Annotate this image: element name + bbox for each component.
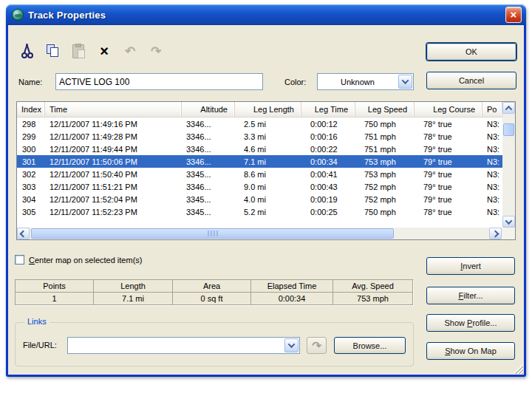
cell-position: N3:	[482, 120, 502, 129]
cell-leg-speed: 751 mph	[355, 132, 415, 141]
globe-app-icon	[12, 9, 24, 21]
cell-leg-course: 79° true	[415, 157, 482, 166]
cell-position: N3:	[482, 145, 502, 154]
chevron-down-icon	[505, 217, 513, 225]
column-header-position[interactable]: Po	[482, 102, 502, 117]
center-map-checkbox[interactable]	[15, 255, 24, 265]
cut-icon[interactable]	[18, 43, 35, 59]
column-header-leg-course[interactable]: Leg Course	[415, 102, 482, 117]
column-header-altitude[interactable]: Altitude	[182, 102, 235, 117]
cell-leg-course: 79° true	[415, 145, 482, 154]
table-row[interactable]: 305 12/11/2007 11:52:23 PM 3345... 5.2 m…	[17, 205, 502, 218]
close-button[interactable]: ×	[505, 7, 522, 23]
stat-header-points: Points	[16, 280, 94, 293]
horizontal-scroll-thumb[interactable]	[31, 228, 394, 239]
cell-leg-time: 0:00:41	[301, 170, 355, 179]
scroll-down-button[interactable]	[502, 216, 515, 228]
cell-leg-course: 78° true	[415, 208, 482, 216]
vertical-scroll-track[interactable]	[502, 114, 515, 216]
column-header-leg-length[interactable]: Leg Length	[235, 102, 301, 117]
cell-leg-length: 3.3 mi	[235, 132, 301, 141]
table-row[interactable]: 304 12/11/2007 11:52:04 PM 3345... 4.0 m…	[17, 193, 502, 205]
file-url-label: File/URL:	[23, 341, 57, 349]
invert-button-label: Invert	[460, 262, 481, 270]
cell-time: 12/11/2007 11:52:23 PM	[45, 208, 182, 216]
cancel-button[interactable]: Cancel	[426, 72, 516, 89]
column-header-index[interactable]: Index	[17, 102, 45, 117]
scroll-up-button[interactable]	[502, 102, 515, 114]
cell-leg-time: 0:00:12	[301, 120, 355, 129]
stat-value-length: 7.1 mi	[94, 293, 173, 305]
cell-position: N3:	[482, 208, 502, 216]
name-input[interactable]	[55, 73, 263, 90]
table-row[interactable]: 298 12/11/2007 11:49:16 PM 3346... 2.5 m…	[17, 117, 502, 130]
cell-leg-speed: 752 mph	[355, 195, 415, 204]
center-map-checkbox-row[interactable]: Center map on selected item(s)	[15, 255, 142, 265]
cell-time: 12/11/2007 11:49:44 PM	[45, 145, 182, 154]
show-profile-button[interactable]: Show Profile...	[426, 314, 515, 332]
title-bar[interactable]: Track Properties ×	[6, 4, 526, 25]
column-header-time[interactable]: Time	[45, 102, 182, 117]
cell-leg-length: 8.6 mi	[235, 170, 301, 179]
center-map-label-accel: C	[29, 256, 35, 265]
invert-button[interactable]: Invert	[426, 257, 515, 275]
file-url-dropdown-button[interactable]	[284, 338, 299, 352]
resize-grip[interactable]	[514, 364, 523, 374]
cancel-button-label: Cancel	[459, 76, 484, 85]
cell-leg-time: 0:00:25	[301, 208, 355, 216]
show-on-map-button[interactable]: Show On Map	[426, 342, 515, 360]
clipboard-icon	[72, 44, 84, 58]
file-url-combo[interactable]	[67, 337, 300, 354]
delete-x-icon: ×	[100, 44, 109, 58]
cell-leg-speed: 750 mph	[355, 120, 415, 129]
stat-header-area: Area	[173, 280, 251, 293]
horizontal-scroll-track[interactable]	[30, 228, 489, 239]
color-dropdown-button[interactable]	[398, 75, 412, 89]
cell-leg-course: 79° true	[415, 183, 482, 191]
color-dropdown-value: Unknown	[318, 78, 398, 86]
chevron-up-icon	[505, 105, 513, 112]
table-row[interactable]: 302 12/11/2007 11:50:40 PM 3345... 8.6 m…	[17, 168, 502, 180]
browse-button-label: Browse...	[353, 341, 387, 350]
cell-position: N3:	[482, 132, 502, 141]
color-dropdown[interactable]: Unknown	[317, 73, 414, 90]
column-header-leg-speed[interactable]: Leg Speed	[355, 102, 415, 117]
ok-button[interactable]: OK	[426, 43, 516, 61]
stat-header-elapsed-time: Elapsed Time	[251, 280, 333, 293]
window-title: Track Properties	[28, 10, 505, 21]
center-map-label: Center map on selected item(s)	[29, 256, 142, 265]
vertical-scroll-thumb[interactable]	[503, 123, 514, 136]
table-row[interactable]: 303 12/11/2007 11:51:21 PM 3346... 9.0 m…	[17, 180, 502, 193]
redo-icon: ↷	[148, 43, 164, 59]
cell-leg-course: 78° true	[415, 120, 482, 129]
chevron-down-icon	[402, 77, 409, 84]
table-row[interactable]: 300 12/11/2007 11:49:44 PM 3346... 4.6 m…	[17, 143, 502, 155]
cell-leg-time: 0:00:16	[301, 132, 355, 141]
cell-time: 12/11/2007 11:49:16 PM	[45, 120, 182, 129]
track-stats-table: Points Length Area Elapsed Time Avg. Spe…	[15, 279, 413, 305]
column-header-leg-time[interactable]: Leg Time	[301, 102, 355, 117]
links-group-label: Links	[24, 317, 50, 326]
open-link-button: ↷	[307, 337, 327, 354]
scrollbar-corner	[502, 228, 515, 239]
delete-icon[interactable]: ×	[96, 43, 112, 59]
chevron-right-icon	[492, 230, 499, 237]
copy-icon[interactable]	[44, 43, 61, 59]
table-row-selected[interactable]: 301 12/11/2007 11:50:06 PM 3346... 7.1 m…	[17, 155, 502, 168]
cell-time: 12/11/2007 11:50:06 PM	[45, 157, 182, 166]
horizontal-scrollbar[interactable]	[17, 228, 515, 239]
scroll-right-button[interactable]	[489, 228, 502, 239]
links-groupbox: Links File/URL: ↷ Browse...	[15, 322, 414, 366]
dialog-client-area: × ↶ ↷ OK Cancel Name: Color: Unknown	[8, 25, 524, 375]
scroll-left-button[interactable]	[17, 228, 30, 239]
stat-value-area: 0 sq ft	[173, 293, 251, 305]
cell-altitude: 3346...	[182, 120, 235, 129]
cell-altitude: 3345...	[182, 170, 235, 179]
file-url-input[interactable]	[68, 338, 284, 353]
cell-leg-speed: 751 mph	[355, 145, 415, 154]
table-row[interactable]: 299 12/11/2007 11:49:28 PM 3346... 3.3 m…	[17, 130, 502, 143]
browse-button[interactable]: Browse...	[334, 337, 406, 354]
filter-button[interactable]: Filter...	[426, 287, 515, 304]
vertical-scrollbar[interactable]	[502, 102, 515, 228]
show-on-map-button-label: Show On Map	[445, 347, 497, 355]
